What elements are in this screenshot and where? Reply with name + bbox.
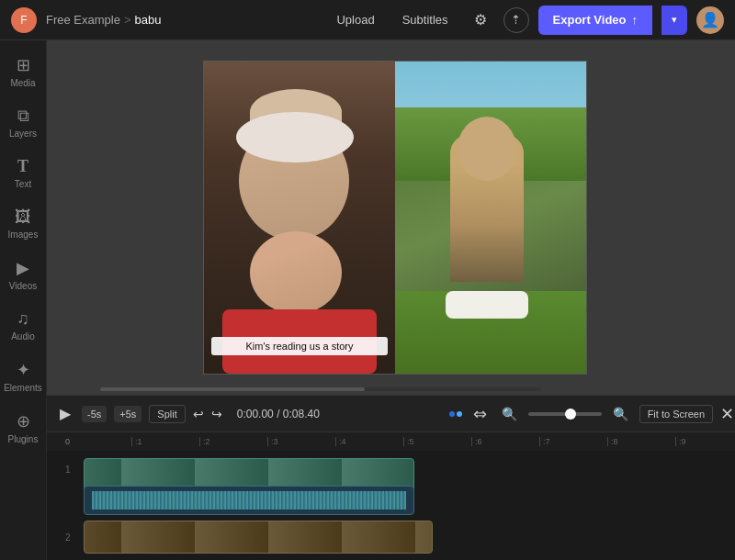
export-button[interactable]: Export Video ↑ (538, 6, 652, 35)
caption-bar: Kim's reading us a story (211, 337, 388, 355)
canvas-area: Kim's reading us a story (47, 40, 735, 560)
sidebar: ⊞ Media ⧉ Layers T Text 🖼 Images ▶ Video… (0, 40, 47, 560)
share-icon[interactable]: ⇡ (503, 7, 529, 33)
sidebar-item-text[interactable]: T Text (0, 150, 46, 196)
zoom-in-icon[interactable]: 🔍 (609, 403, 632, 425)
canvas-right-photo (395, 62, 586, 374)
track-row-audio (65, 486, 735, 515)
track-content-2 (84, 521, 735, 554)
sidebar-item-label-text: Text (15, 179, 31, 189)
upload-button[interactable]: Upload (327, 9, 383, 30)
layers-icon: ⧉ (17, 106, 29, 126)
audio-icon: ♫ (17, 309, 29, 329)
sidebar-item-label-plugins: Plugins (8, 434, 39, 444)
project-name: Free Example (46, 13, 120, 27)
sidebar-item-label-audio: Audio (11, 331, 35, 342)
media-icon: ⊞ (17, 55, 30, 75)
breadcrumb-separator: > (124, 13, 131, 27)
sidebar-item-label-elements: Elements (4, 383, 42, 393)
videos-icon: ▶ (17, 258, 29, 278)
track-content-1 (84, 458, 735, 480)
text-icon: T (17, 157, 28, 176)
undo-button[interactable]: ↩ (193, 407, 204, 421)
track-row-1: 1 (65, 458, 735, 480)
sidebar-item-elements[interactable]: ✦ Elements (0, 353, 46, 400)
topbar: F Free Example > babu Upload Subtitles ⚙… (0, 0, 735, 40)
sidebar-item-media[interactable]: ⊞ Media (0, 48, 46, 95)
ruler-mark-5: :5 (403, 437, 471, 446)
zoom-out-icon[interactable]: 🔍 (498, 403, 521, 425)
sidebar-item-label-images: Images (8, 230, 39, 240)
track-audio-clip[interactable] (84, 486, 414, 515)
elements-icon: ✦ (17, 360, 30, 380)
settings-icon[interactable]: ⚙ (467, 7, 494, 32)
sidebar-item-videos[interactable]: ▶ Videos (0, 251, 46, 298)
fit-to-screen-button[interactable]: Fit to Screen (639, 405, 713, 423)
track-dot-1 (449, 411, 455, 417)
sidebar-item-audio[interactable]: ♫ Audio (0, 302, 46, 349)
ruler-mark-4: :4 (335, 437, 403, 446)
track-number-1: 1 (65, 465, 78, 475)
export-dropdown-button[interactable]: ▾ (662, 6, 687, 35)
canvas-content: Kim's reading us a story (203, 61, 587, 375)
canvas-left-photo: Kim's reading us a story (204, 62, 395, 374)
sidebar-item-images[interactable]: 🖼 Images (0, 200, 46, 247)
track-row-2: 2 (65, 521, 735, 554)
plugins-icon: ⊕ (17, 411, 30, 431)
timeline-controls: ▶ -5s +5s Split ↩ ↪ 0:00.00 / 0:08.40 ⇔ … (47, 396, 735, 432)
zoom-thumb[interactable] (565, 409, 576, 420)
sidebar-item-layers[interactable]: ⧉ Layers (0, 99, 46, 146)
skip-back-button[interactable]: -5s (82, 406, 107, 422)
ruler-mark-1: :1 (131, 437, 199, 446)
timeline-split-icon: ⇔ (469, 404, 491, 424)
app-logo: F (11, 7, 37, 33)
zoom-slider[interactable] (528, 412, 602, 416)
track-dot-2 (457, 411, 462, 417)
images-icon: 🖼 (15, 207, 31, 227)
export-icon: ↑ (632, 13, 639, 27)
timeline: ▶ -5s +5s Split ↩ ↪ 0:00.00 / 0:08.40 ⇔ … (47, 395, 735, 560)
split-button[interactable]: Split (149, 405, 185, 423)
file-name: babu (135, 13, 162, 27)
user-avatar: 👤 (696, 6, 724, 34)
track-number-2: 2 (65, 532, 78, 543)
timeline-tracks: 1 2 (47, 451, 735, 560)
ruler-marks: :1 :2 :3 :4 :5 :6 :7 :8 :9 (131, 437, 735, 446)
ruler-mark-3: :3 (267, 437, 335, 446)
sidebar-item-label-layers: Layers (9, 129, 37, 139)
ruler-mark-2: :2 (199, 437, 267, 446)
ruler-mark-9: :9 (675, 437, 735, 446)
subtitles-button[interactable]: Subtitles (393, 9, 458, 30)
breadcrumb: Free Example > babu (46, 13, 161, 27)
ruler-mark-7: :7 (539, 437, 607, 446)
timeline-track-dots (449, 411, 462, 417)
track-video-clip-2[interactable] (84, 521, 433, 554)
sidebar-item-label-videos: Videos (9, 281, 37, 291)
waveform (92, 491, 406, 510)
main-layout: ⊞ Media ⧉ Layers T Text 🖼 Images ▶ Video… (0, 40, 735, 560)
ruler-start: 0 (65, 437, 78, 446)
ruler-mark-6: :6 (471, 437, 539, 446)
sidebar-item-plugins[interactable]: ⊕ Plugins (0, 404, 46, 452)
track-content-audio (84, 486, 735, 515)
close-timeline-button[interactable]: ✕ (720, 404, 734, 424)
play-button[interactable]: ▶ (56, 401, 74, 426)
skip-fwd-button[interactable]: +5s (114, 406, 141, 422)
redo-button[interactable]: ↪ (211, 407, 222, 421)
caption-text: Kim's reading us a story (245, 341, 353, 352)
sidebar-item-label-media: Media (10, 78, 35, 88)
ruler-mark-8: :8 (607, 437, 675, 446)
canvas-viewport: Kim's reading us a story (47, 40, 735, 395)
timeline-ruler: 0 :1 :2 :3 :4 :5 :6 :7 :8 :9 (47, 432, 735, 451)
timeline-time: 0:00.00 / 0:08.40 (237, 408, 320, 420)
